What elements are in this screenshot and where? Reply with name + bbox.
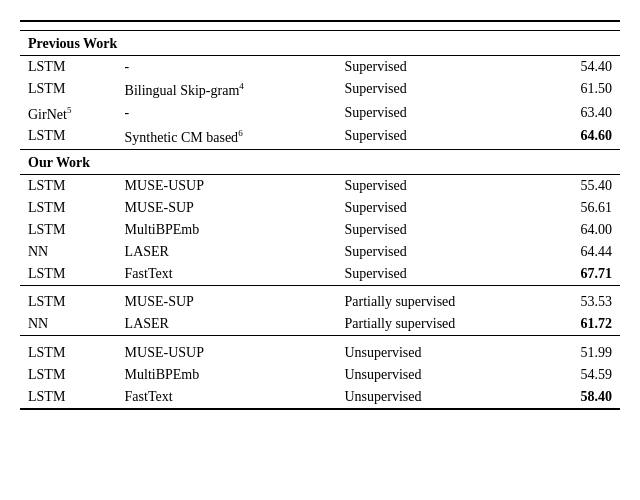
cell-embeddings: MUSE-SUP [117,197,337,219]
table-row: LSTMMUSE-USUPUnsupervised51.99 [20,342,620,364]
cell-f1: 64.44 [543,241,620,263]
cell-learning-type: Unsupervised [336,386,542,409]
cell-model: LSTM [20,56,117,79]
table-row: LSTMFastTextSupervised67.71 [20,263,620,286]
table-row: LSTMMultiBPEmbSupervised64.00 [20,219,620,241]
table-container: Previous WorkLSTM-Supervised54.40LSTMBil… [20,20,620,410]
cell-learning-type: Supervised [336,56,542,79]
cell-model: GirNet5 [20,102,117,126]
col-learning-type [336,21,542,31]
cell-learning-type: Unsupervised [336,342,542,364]
cell-embeddings: MUSE-USUP [117,174,337,197]
cell-learning-type: Supervised [336,197,542,219]
cell-f1: 61.50 [543,78,620,102]
cell-learning-type: Partially supervised [336,313,542,336]
cell-embeddings: LASER [117,241,337,263]
cell-f1: 54.59 [543,364,620,386]
cell-embeddings: LASER [117,313,337,336]
cell-model: NN [20,313,117,336]
cell-model: NN [20,241,117,263]
cell-learning-type: Supervised [336,174,542,197]
table-row: LSTM-Supervised54.40 [20,56,620,79]
cell-learning-type: Supervised [336,125,542,149]
cell-learning-type: Supervised [336,241,542,263]
col-f1 [543,21,620,31]
section-header-our-work: Our Work [20,149,620,174]
cell-model: LSTM [20,219,117,241]
cell-model: LSTM [20,174,117,197]
cell-learning-type: Supervised [336,219,542,241]
section-title: Previous Work [20,31,620,56]
cell-f1: 56.61 [543,197,620,219]
cell-model: LSTM [20,263,117,286]
cell-f1: 64.00 [543,219,620,241]
cell-f1: 51.99 [543,342,620,364]
cell-embeddings: MultiBPEmb [117,364,337,386]
cell-embeddings: Bilingual Skip-gram4 [117,78,337,102]
cell-embeddings: FastText [117,263,337,286]
cell-embeddings: - [117,56,337,79]
cell-f1: 61.72 [543,313,620,336]
table-row: LSTMMUSE-SUPSupervised56.61 [20,197,620,219]
cell-embeddings: MultiBPEmb [117,219,337,241]
cell-learning-type: Supervised [336,102,542,126]
table-row: LSTMMUSE-SUPPartially supervised53.53 [20,291,620,313]
table-row: LSTMMUSE-USUPSupervised55.40 [20,174,620,197]
cell-learning-type: Unsupervised [336,364,542,386]
table-row: LSTMMultiBPEmbUnsupervised54.59 [20,364,620,386]
cell-model: LSTM [20,364,117,386]
cell-model: LSTM [20,78,117,102]
cell-learning-type: Supervised [336,263,542,286]
cell-f1: 67.71 [543,263,620,286]
cell-learning-type: Partially supervised [336,291,542,313]
cell-f1: 58.40 [543,386,620,409]
cell-f1: 55.40 [543,174,620,197]
cell-f1: 64.60 [543,125,620,149]
table-row: LSTMFastTextUnsupervised58.40 [20,386,620,409]
section-title: Our Work [20,149,620,174]
table-row: LSTMBilingual Skip-gram4Supervised61.50 [20,78,620,102]
col-embeddings [117,21,337,31]
cell-learning-type: Supervised [336,78,542,102]
section-header-previous-work: Previous Work [20,31,620,56]
cell-embeddings: FastText [117,386,337,409]
cell-model: LSTM [20,125,117,149]
table-row: NNLASERPartially supervised61.72 [20,313,620,336]
table-header-row [20,21,620,31]
cell-embeddings: MUSE-SUP [117,291,337,313]
cell-f1: 53.53 [543,291,620,313]
col-model [20,21,117,31]
cell-embeddings: MUSE-USUP [117,342,337,364]
cell-model: LSTM [20,291,117,313]
table-row: GirNet5-Supervised63.40 [20,102,620,126]
cell-model: LSTM [20,197,117,219]
cell-embeddings: - [117,102,337,126]
cell-f1: 54.40 [543,56,620,79]
cell-model: LSTM [20,386,117,409]
table-row: LSTMSynthetic CM based6Supervised64.60 [20,125,620,149]
cell-embeddings: Synthetic CM based6 [117,125,337,149]
cell-f1: 63.40 [543,102,620,126]
results-table: Previous WorkLSTM-Supervised54.40LSTMBil… [20,20,620,410]
cell-model: LSTM [20,342,117,364]
table-row: NNLASERSupervised64.44 [20,241,620,263]
